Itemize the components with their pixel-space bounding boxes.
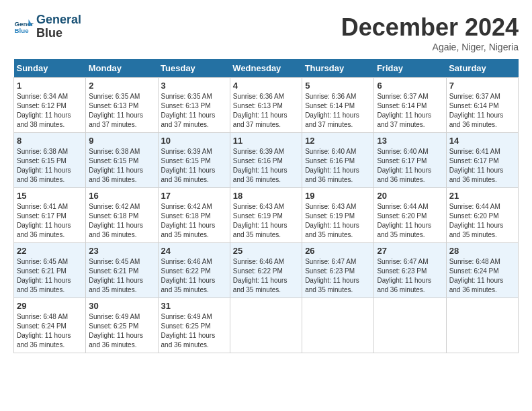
day-info: Sunrise: 6:43 AMSunset: 6:19 PMDaylight:…: [305, 203, 359, 238]
calendar-day-cell: 23 Sunrise: 6:45 AMSunset: 6:21 PMDaylig…: [86, 243, 158, 298]
weekday-header-row: SundayMondayTuesdayWednesdayThursdayFrid…: [14, 59, 519, 78]
calendar-day-cell: 24 Sunrise: 6:46 AMSunset: 6:22 PMDaylig…: [158, 243, 230, 298]
day-info: Sunrise: 6:46 AMSunset: 6:22 PMDaylight:…: [233, 258, 287, 293]
day-info: Sunrise: 6:48 AMSunset: 6:24 PMDaylight:…: [17, 313, 71, 349]
day-info: Sunrise: 6:34 AMSunset: 6:12 PMDaylight:…: [17, 93, 71, 128]
day-number: 22: [17, 246, 83, 256]
day-number: 19: [305, 191, 371, 201]
calendar-day-cell: 19 Sunrise: 6:43 AMSunset: 6:19 PMDaylig…: [302, 188, 374, 243]
calendar-day-cell: [302, 298, 374, 353]
day-number: 2: [89, 81, 154, 91]
day-info: Sunrise: 6:41 AMSunset: 6:17 PMDaylight:…: [17, 203, 71, 238]
calendar-day-cell: 13 Sunrise: 6:40 AMSunset: 6:17 PMDaylig…: [374, 133, 446, 188]
day-info: Sunrise: 6:35 AMSunset: 6:13 PMDaylight:…: [161, 93, 216, 128]
calendar-day-cell: 22 Sunrise: 6:45 AMSunset: 6:21 PMDaylig…: [14, 243, 86, 298]
calendar-week-row: 8 Sunrise: 6:38 AMSunset: 6:15 PMDayligh…: [14, 133, 519, 188]
day-info: Sunrise: 6:39 AMSunset: 6:15 PMDaylight:…: [161, 148, 216, 183]
day-number: 28: [449, 246, 515, 256]
calendar-day-cell: 14 Sunrise: 6:41 AMSunset: 6:17 PMDaylig…: [446, 133, 518, 188]
day-number: 15: [17, 191, 83, 201]
day-info: Sunrise: 6:36 AMSunset: 6:13 PMDaylight:…: [233, 93, 287, 128]
calendar-day-cell: 10 Sunrise: 6:39 AMSunset: 6:15 PMDaylig…: [158, 133, 230, 188]
day-number: 30: [89, 301, 154, 311]
day-info: Sunrise: 6:36 AMSunset: 6:14 PMDaylight:…: [305, 93, 359, 128]
day-info: Sunrise: 6:48 AMSunset: 6:24 PMDaylight:…: [449, 258, 504, 293]
weekday-header: Wednesday: [230, 59, 302, 78]
calendar-day-cell: 31 Sunrise: 6:49 AMSunset: 6:25 PMDaylig…: [158, 298, 230, 353]
calendar-day-cell: 29 Sunrise: 6:48 AMSunset: 6:24 PMDaylig…: [14, 298, 86, 353]
day-number: 8: [17, 136, 83, 146]
day-number: 13: [377, 136, 443, 146]
day-info: Sunrise: 6:42 AMSunset: 6:18 PMDaylight:…: [89, 203, 143, 238]
day-number: 27: [377, 246, 443, 256]
calendar-week-row: 22 Sunrise: 6:45 AMSunset: 6:21 PMDaylig…: [14, 243, 519, 298]
day-info: Sunrise: 6:35 AMSunset: 6:13 PMDaylight:…: [89, 93, 143, 128]
day-info: Sunrise: 6:47 AMSunset: 6:23 PMDaylight:…: [305, 258, 359, 293]
day-info: Sunrise: 6:46 AMSunset: 6:22 PMDaylight:…: [161, 258, 216, 293]
day-info: Sunrise: 6:39 AMSunset: 6:16 PMDaylight:…: [233, 148, 287, 183]
day-info: Sunrise: 6:37 AMSunset: 6:14 PMDaylight:…: [377, 93, 431, 128]
day-number: 6: [377, 81, 443, 91]
day-info: Sunrise: 6:37 AMSunset: 6:14 PMDaylight:…: [449, 93, 504, 128]
day-info: Sunrise: 6:40 AMSunset: 6:17 PMDaylight:…: [377, 148, 431, 183]
day-info: Sunrise: 6:44 AMSunset: 6:20 PMDaylight:…: [377, 203, 431, 238]
day-number: 31: [161, 301, 227, 311]
calendar-day-cell: 2 Sunrise: 6:35 AMSunset: 6:13 PMDayligh…: [86, 78, 158, 133]
day-number: 12: [305, 136, 371, 146]
day-number: 26: [305, 246, 371, 256]
calendar-day-cell: 11 Sunrise: 6:39 AMSunset: 6:16 PMDaylig…: [230, 133, 302, 188]
calendar-day-cell: 7 Sunrise: 6:37 AMSunset: 6:14 PMDayligh…: [446, 78, 518, 133]
calendar-week-row: 1 Sunrise: 6:34 AMSunset: 6:12 PMDayligh…: [14, 78, 519, 133]
calendar-day-cell: 30 Sunrise: 6:49 AMSunset: 6:25 PMDaylig…: [86, 298, 158, 353]
calendar-day-cell: 18 Sunrise: 6:43 AMSunset: 6:19 PMDaylig…: [230, 188, 302, 243]
day-number: 16: [89, 191, 154, 201]
calendar-day-cell: 12 Sunrise: 6:40 AMSunset: 6:16 PMDaylig…: [302, 133, 374, 188]
calendar-day-cell: 28 Sunrise: 6:48 AMSunset: 6:24 PMDaylig…: [446, 243, 518, 298]
day-number: 7: [449, 81, 515, 91]
day-number: 9: [89, 136, 154, 146]
day-number: 4: [233, 81, 299, 91]
day-number: 5: [305, 81, 371, 91]
month-title: December 2024: [341, 13, 519, 42]
calendar-day-cell: [374, 298, 446, 353]
day-number: 1: [17, 81, 83, 91]
calendar-day-cell: 25 Sunrise: 6:46 AMSunset: 6:22 PMDaylig…: [230, 243, 302, 298]
calendar-week-row: 15 Sunrise: 6:41 AMSunset: 6:17 PMDaylig…: [14, 188, 519, 243]
calendar-day-cell: 3 Sunrise: 6:35 AMSunset: 6:13 PMDayligh…: [158, 78, 230, 133]
calendar-day-cell: 5 Sunrise: 6:36 AMSunset: 6:14 PMDayligh…: [302, 78, 374, 133]
calendar-day-cell: 21 Sunrise: 6:44 AMSunset: 6:20 PMDaylig…: [446, 188, 518, 243]
day-info: Sunrise: 6:38 AMSunset: 6:15 PMDaylight:…: [89, 148, 143, 183]
location: Agaie, Niger, Nigeria: [341, 42, 519, 52]
calendar-day-cell: 8 Sunrise: 6:38 AMSunset: 6:15 PMDayligh…: [14, 133, 86, 188]
calendar-day-cell: 26 Sunrise: 6:47 AMSunset: 6:23 PMDaylig…: [302, 243, 374, 298]
day-info: Sunrise: 6:45 AMSunset: 6:21 PMDaylight:…: [89, 258, 143, 293]
day-info: Sunrise: 6:45 AMSunset: 6:21 PMDaylight:…: [17, 258, 71, 293]
calendar-day-cell: 16 Sunrise: 6:42 AMSunset: 6:18 PMDaylig…: [86, 188, 158, 243]
svg-text:Blue: Blue: [15, 27, 30, 34]
day-info: Sunrise: 6:49 AMSunset: 6:25 PMDaylight:…: [161, 313, 216, 349]
calendar-day-cell: 9 Sunrise: 6:38 AMSunset: 6:15 PMDayligh…: [86, 133, 158, 188]
calendar-day-cell: 27 Sunrise: 6:47 AMSunset: 6:23 PMDaylig…: [374, 243, 446, 298]
calendar-day-cell: 6 Sunrise: 6:37 AMSunset: 6:14 PMDayligh…: [374, 78, 446, 133]
day-number: 29: [17, 301, 83, 311]
day-info: Sunrise: 6:40 AMSunset: 6:16 PMDaylight:…: [305, 148, 359, 183]
calendar-day-cell: 15 Sunrise: 6:41 AMSunset: 6:17 PMDaylig…: [14, 188, 86, 243]
day-number: 3: [161, 81, 227, 91]
calendar-table: SundayMondayTuesdayWednesdayThursdayFrid…: [13, 59, 519, 353]
day-number: 25: [233, 246, 299, 256]
calendar-day-cell: [446, 298, 518, 353]
calendar-day-cell: [230, 298, 302, 353]
day-info: Sunrise: 6:44 AMSunset: 6:20 PMDaylight:…: [449, 203, 504, 238]
day-number: 23: [89, 246, 154, 256]
day-number: 11: [233, 136, 299, 146]
day-info: Sunrise: 6:41 AMSunset: 6:17 PMDaylight:…: [449, 148, 504, 183]
day-number: 17: [161, 191, 227, 201]
calendar-week-row: 29 Sunrise: 6:48 AMSunset: 6:24 PMDaylig…: [14, 298, 519, 353]
page-header: General Blue GeneralBlue December 2024 A…: [13, 13, 519, 52]
title-block: December 2024 Agaie, Niger, Nigeria: [341, 13, 519, 52]
day-number: 18: [233, 191, 299, 201]
weekday-header: Saturday: [446, 59, 518, 78]
day-info: Sunrise: 6:47 AMSunset: 6:23 PMDaylight:…: [377, 258, 431, 293]
day-number: 21: [449, 191, 515, 201]
logo: General Blue GeneralBlue: [13, 13, 81, 40]
